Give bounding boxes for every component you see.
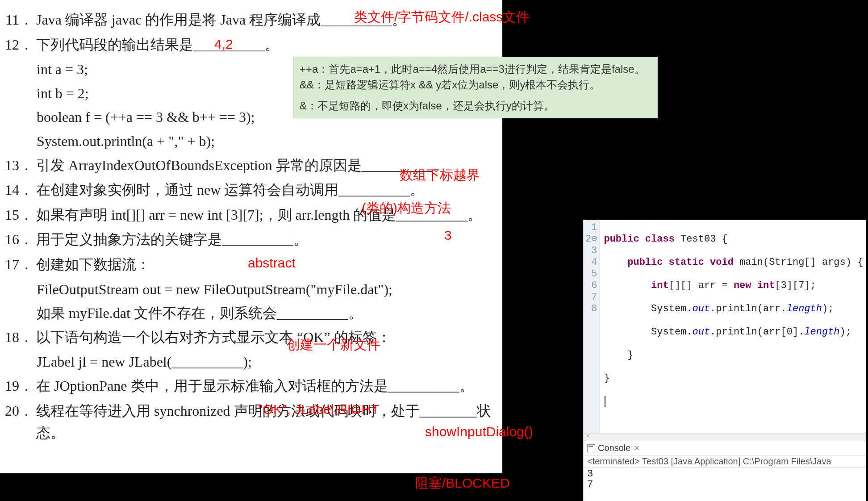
- field: length: [804, 326, 839, 338]
- ide-source[interactable]: public class Test03 { public static void…: [600, 220, 866, 433]
- kw: void: [704, 257, 734, 268]
- console-tab[interactable]: Console ×: [584, 441, 866, 455]
- explain-line: &&：是短路逻辑运算符x && y若x位为alse，则y根本不会执行。: [300, 77, 651, 93]
- code-text: Test03 {: [675, 234, 728, 245]
- code-line: JLabel jl = new JLabel(__________);: [0, 351, 502, 373]
- kw: class: [639, 234, 675, 245]
- question-number: 15．: [0, 204, 36, 226]
- kw: public: [604, 234, 639, 245]
- question-text: 在 JOptionPane 类中，用于显示标准输入对话框的方法是________…: [36, 375, 502, 397]
- ide-panel: 1 2⊖ 3 4 5 6 7 8 public class Test03 { p…: [583, 220, 866, 501]
- question-number: 16．: [0, 229, 36, 251]
- question-text: 用于定义抽象方法的关键字是__________。: [36, 229, 502, 251]
- console-tab-label: Console: [598, 443, 630, 453]
- code-text: main(String[] args) {: [734, 257, 863, 268]
- kw: public: [604, 257, 663, 268]
- code-text: System.: [604, 326, 692, 338]
- code-text: }: [604, 373, 609, 384]
- line-num: 2⊖: [585, 234, 597, 245]
- cursor-icon: [605, 396, 605, 407]
- question-number: 12．: [0, 34, 36, 56]
- question-number: 18．: [0, 326, 36, 349]
- answer-12: 4,2: [214, 37, 233, 52]
- field: length: [787, 303, 822, 314]
- field: out: [693, 326, 710, 338]
- question-tail: 如果 myFile.dat 文件不存在，则系统会__________。: [0, 302, 502, 325]
- code-line: FileOutputStream out = new FileOutputStr…: [0, 279, 502, 301]
- code-text: .println(arr.: [710, 303, 787, 314]
- question-16: 16． 用于定义抽象方法的关键字是__________。: [0, 229, 502, 251]
- answer-11: 类文件/字节码文件/.class文件: [354, 8, 530, 26]
- field: out: [693, 303, 710, 314]
- kw: int: [604, 280, 668, 291]
- answer-16: abstract: [248, 255, 296, 271]
- question-18: 18． 以下语句构造一个以右对齐方式显示文本 “OK” 的标签：: [0, 326, 502, 349]
- question-number: 14．: [0, 179, 36, 201]
- code-line: System.out.println(a + "," + b);: [0, 130, 502, 153]
- answer-20: 阻塞/BLOCKED: [415, 474, 510, 493]
- explanation-box: ++a：首先a=a+1，此时a==4然后使用a==3进行判定，结果肯定是fals…: [293, 57, 658, 118]
- kw: int: [751, 280, 775, 291]
- answer-18: "OK", JLabel.RIGHT: [258, 402, 379, 417]
- question-text: 以下语句构造一个以右对齐方式显示文本 “OK” 的标签：: [36, 326, 502, 349]
- question-number: 20．: [0, 400, 36, 422]
- kw: static: [663, 257, 704, 268]
- answer-15: 3: [444, 228, 452, 243]
- console-status: <terminated> Test03 [Java Application] C…: [584, 455, 866, 468]
- question-12: 12． 下列代码段的输出结果是__________。: [0, 34, 502, 56]
- question-number: 11．: [0, 9, 36, 31]
- answer-19: showInputDialog(): [425, 424, 533, 439]
- kw: new: [734, 280, 751, 291]
- ide-editor[interactable]: 1 2⊖ 3 4 5 6 7 8 public class Test03 { p…: [584, 220, 866, 433]
- line-num: 7: [585, 292, 597, 303]
- answer-17: 创建一个新文件: [287, 336, 380, 354]
- ide-gutter: 1 2⊖ 3 4 5 6 7 8: [584, 220, 600, 433]
- question-text: 下列代码段的输出结果是__________。: [36, 34, 502, 56]
- console-output: 3 7: [584, 468, 866, 501]
- question-number: 19．: [0, 375, 36, 397]
- question-number: 13．: [0, 154, 36, 177]
- code-text: }: [604, 350, 633, 361]
- explain-line: ++a：首先a=a+1，此时a==4然后使用a==3进行判定，结果肯定是fals…: [300, 62, 651, 77]
- code-text: [3][7];: [775, 280, 816, 291]
- line-num: 4: [585, 257, 597, 268]
- line-num: 1: [585, 222, 597, 234]
- line-num: 8: [585, 303, 597, 315]
- code-text: );: [840, 326, 851, 338]
- code-text: .println(arr[0].: [710, 326, 804, 338]
- console-icon: [587, 444, 595, 452]
- code-text: );: [822, 303, 834, 314]
- question-19: 19． 在 JOptionPane 类中，用于显示标准输入对话框的方法是____…: [0, 375, 502, 397]
- code-text: [][] arr =: [669, 280, 734, 291]
- line-num: 3: [585, 245, 597, 257]
- line-num: 5: [585, 268, 597, 280]
- line-num: 6: [585, 280, 597, 292]
- close-icon[interactable]: ×: [634, 443, 639, 453]
- answer-13: 数组下标越界: [400, 166, 480, 184]
- code-text: System.: [604, 303, 692, 314]
- question-number: 17．: [0, 254, 36, 276]
- explain-line: &：不是短路的，即使x为false，还是会执行y的计算。: [300, 98, 651, 114]
- ide-hscroll[interactable]: [584, 433, 866, 441]
- answer-14: (类的)构造方法: [362, 199, 451, 217]
